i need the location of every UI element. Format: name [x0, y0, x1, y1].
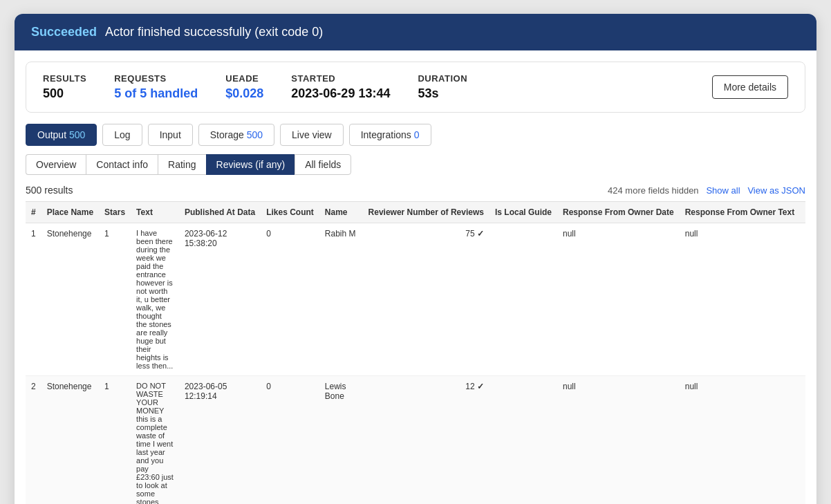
- header-title: Actor finished successfully (exit code 0…: [105, 25, 323, 39]
- header-bar: Succeeded Actor finished successfully (e…: [15, 14, 816, 50]
- cell-local-guide: [489, 376, 557, 505]
- cell-stars: 1: [99, 376, 131, 505]
- cell-stars: 1: [99, 223, 131, 376]
- duration-value: 53s: [418, 86, 467, 101]
- started-value: 2023-06-29 13:44: [291, 86, 390, 101]
- results-header: 500 results 424 more fields hidden Show …: [15, 180, 816, 201]
- table-row: 1 Stonehenge 1 I have been there during …: [26, 223, 805, 376]
- stat-results: RESULTS 500: [43, 73, 86, 101]
- col-header-date: Published At Data: [179, 202, 261, 223]
- subtab-contact-info[interactable]: Contact info: [86, 154, 158, 175]
- cell-reviewer-reviews: 12 ✓: [363, 376, 489, 505]
- cell-reviews: undefined: [800, 376, 805, 505]
- stat-requests: REQUESTS 5 of 5 handled: [114, 73, 198, 101]
- data-table: # Place Name Stars Text Published At Dat…: [26, 201, 805, 504]
- more-details-button[interactable]: More details: [712, 75, 788, 99]
- show-all-link[interactable]: Show all: [706, 185, 740, 196]
- check-icon: ✓: [477, 229, 484, 239]
- started-label: STARTED: [291, 73, 390, 84]
- cell-resp-date: null: [557, 223, 680, 376]
- requests-label: REQUESTS: [114, 73, 198, 84]
- cell-date: 2023-06-05 12:19:14: [179, 376, 261, 505]
- cell-place: Stonehenge: [41, 223, 99, 376]
- cell-reviews: undefined: [800, 223, 805, 376]
- fields-hidden-text: 424 more fields hidden Show all View as …: [608, 185, 805, 196]
- stat-started: STARTED 2023-06-29 13:44: [291, 73, 390, 101]
- tab-integrations[interactable]: Integrations 0: [349, 124, 431, 146]
- subtab-rating[interactable]: Rating: [158, 154, 205, 175]
- check-icon: ✓: [477, 382, 484, 391]
- ueade-label: UEADE: [225, 73, 263, 84]
- cell-date: 2023-06-12 15:38:20: [179, 223, 261, 376]
- cell-place: Stonehenge: [41, 376, 99, 505]
- col-header-reviews: Reviews: [800, 202, 805, 223]
- subtab-all-fields[interactable]: All fields: [295, 154, 351, 175]
- results-value: 500: [43, 86, 86, 101]
- main-tabs: Output 500 Log Input Storage 500 Live vi…: [15, 124, 816, 146]
- stat-duration: DURATION 53s: [418, 73, 467, 101]
- cell-reviewer-reviews: 75 ✓: [363, 223, 489, 376]
- table-row: 2 Stonehenge 1 DO NOT WASTE YOUR MONEY t…: [26, 376, 805, 505]
- cell-name: Lewis Bone: [319, 376, 363, 505]
- cell-resp-text: null: [680, 223, 800, 376]
- col-header-respdate: Response From Owner Date: [557, 202, 680, 223]
- tab-input[interactable]: Input: [148, 124, 193, 146]
- cell-num: 1: [26, 223, 41, 376]
- tab-log[interactable]: Log: [102, 124, 142, 146]
- ueade-value: $0.028: [225, 86, 263, 101]
- col-header-place: Place Name: [41, 202, 99, 223]
- stat-ueade: UEADE $0.028: [225, 73, 263, 101]
- cell-local-guide: [489, 223, 557, 376]
- cell-likes: 0: [261, 223, 319, 376]
- col-header-resptext: Response From Owner Text: [680, 202, 800, 223]
- tab-storage[interactable]: Storage 500: [198, 124, 274, 146]
- col-header-name: Name: [319, 202, 363, 223]
- sub-tabs: Overview Contact info Rating Reviews (if…: [15, 146, 816, 180]
- cell-likes: 0: [261, 376, 319, 505]
- col-header-reviewer: Reviewer Number of Reviews: [363, 202, 489, 223]
- col-header-num: #: [26, 202, 41, 223]
- cell-resp-text: null: [680, 376, 800, 505]
- col-header-likes: Likes Count: [261, 202, 319, 223]
- col-header-stars: Stars: [99, 202, 131, 223]
- results-count: 500 results: [26, 185, 73, 196]
- cell-text: DO NOT WASTE YOUR MONEY this is a comple…: [131, 376, 179, 505]
- status-badge: Succeeded: [31, 25, 97, 39]
- data-table-container: # Place Name Stars Text Published At Dat…: [26, 201, 805, 504]
- cell-num: 2: [26, 376, 41, 505]
- requests-value: 5 of 5 handled: [114, 86, 198, 101]
- stats-bar: RESULTS 500 REQUESTS 5 of 5 handled UEAD…: [26, 62, 805, 113]
- col-header-text: Text: [131, 202, 179, 223]
- col-header-local: Is Local Guide: [489, 202, 557, 223]
- subtab-overview[interactable]: Overview: [26, 154, 86, 175]
- app-container: Succeeded Actor finished successfully (e…: [15, 14, 816, 504]
- subtab-reviews[interactable]: Reviews (if any): [206, 154, 295, 175]
- duration-label: DURATION: [418, 73, 467, 84]
- view-as-json-link[interactable]: View as JSON: [747, 185, 805, 196]
- cell-text: I have been there during the week we pai…: [131, 223, 179, 376]
- tab-live-view[interactable]: Live view: [280, 124, 344, 146]
- cell-resp-date: null: [557, 376, 680, 505]
- tab-output[interactable]: Output 500: [26, 124, 97, 146]
- results-label: RESULTS: [43, 73, 86, 84]
- cell-name: Rabih M: [319, 223, 363, 376]
